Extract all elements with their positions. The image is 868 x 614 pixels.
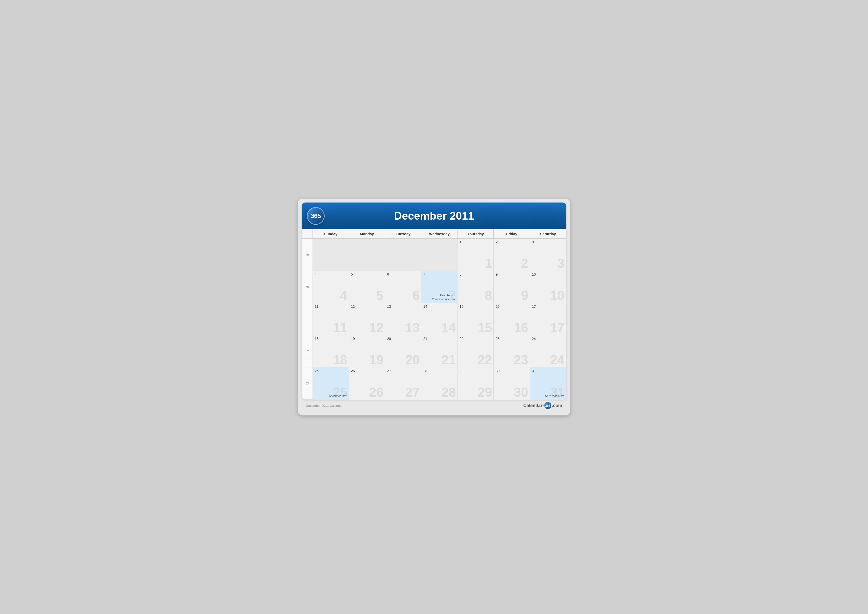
cell-date-17: 17	[532, 305, 564, 308]
cell-watermark-2: 2	[521, 257, 528, 270]
cell-watermark-18: 18	[333, 353, 347, 366]
calendar-cell-3: 33	[530, 239, 566, 271]
cell-event-31: New Year's Eve	[545, 394, 564, 398]
calendar-container: 365 December 2011 Sunday Monday Tuesday …	[302, 202, 566, 399]
cell-watermark-19: 19	[369, 353, 383, 366]
cell-watermark-24: 24	[550, 353, 564, 366]
calendar-cell-empty-0	[313, 239, 349, 271]
calendar-cell-9: 99	[494, 271, 530, 303]
cell-watermark-23: 23	[514, 353, 528, 366]
calendar-cell-30: 3030	[494, 367, 530, 399]
calendar-cell-2: 22	[494, 239, 530, 271]
cell-watermark-30: 30	[514, 386, 528, 399]
day-header-thursday: Thursday	[457, 229, 494, 238]
week-num-49: 49	[302, 239, 313, 271]
day-header-sunday: Sunday	[313, 229, 349, 238]
cell-date-18: 18	[315, 337, 347, 341]
calendar-cell-17: 1717	[530, 303, 566, 335]
cell-watermark-20: 20	[405, 353, 420, 366]
cell-date-10: 10	[532, 272, 564, 276]
calendar-cell-25: 2525Christmas Day	[313, 367, 349, 399]
cell-date-23: 23	[496, 337, 527, 341]
calendar-cell-21: 2121	[422, 335, 457, 367]
calendar-header: 365 December 2011	[302, 202, 566, 229]
cell-watermark-17: 17	[550, 321, 564, 334]
cell-date-27: 27	[387, 369, 419, 373]
cell-date-4: 4	[315, 272, 347, 276]
cell-watermark-1: 1	[485, 257, 492, 270]
calendar-cell-28: 2828	[422, 367, 457, 399]
cell-watermark-4: 4	[340, 289, 347, 302]
page-wrapper: 365 December 2011 Sunday Monday Tuesday …	[298, 199, 570, 415]
cell-watermark-15: 15	[478, 321, 492, 334]
cell-watermark-3: 3	[557, 257, 564, 270]
cell-event-7: Pearl Harbor Remembrance Day	[422, 294, 455, 301]
day-header-monday: Monday	[349, 229, 385, 238]
calendar-cell-24: 2424	[530, 335, 566, 367]
cell-date-12: 12	[351, 305, 383, 308]
cell-date-29: 29	[459, 369, 491, 373]
calendar-cell-15: 1515	[457, 303, 494, 335]
cell-date-6: 6	[387, 272, 419, 276]
cell-date-28: 28	[423, 369, 455, 373]
cell-watermark-27: 27	[405, 386, 420, 399]
cell-watermark-14: 14	[442, 321, 456, 334]
calendar-cell-31: 3131New Year's Eve	[530, 367, 566, 399]
footer-copyright: December 2011 Calendar	[306, 404, 343, 407]
cell-date-20: 20	[387, 337, 419, 341]
day-header-saturday: Saturday	[530, 229, 566, 238]
brand-com: .com	[552, 403, 562, 408]
calendar-cell-empty-2	[385, 239, 422, 271]
cell-watermark-9: 9	[521, 289, 528, 302]
calendar-cell-14: 1414	[422, 303, 457, 335]
cell-date-9: 9	[496, 272, 527, 276]
cell-date-5: 5	[351, 272, 383, 276]
cell-date-13: 13	[387, 305, 419, 308]
calendar-cell-1: 11	[457, 239, 494, 271]
footer-brand: Calendar-365.com	[523, 402, 562, 409]
calendar-cell-23: 2323	[494, 335, 530, 367]
cell-date-15: 15	[459, 305, 491, 308]
calendar-cell-12: 1212	[349, 303, 385, 335]
week-num-51: 51	[302, 303, 313, 335]
calendar-cell-16: 1616	[494, 303, 530, 335]
cell-watermark-8: 8	[485, 289, 492, 302]
week-num-52: 52	[302, 335, 313, 367]
calendar-cell-empty-1	[349, 239, 385, 271]
cell-date-30: 30	[496, 369, 527, 373]
cell-date-25: 25	[315, 369, 347, 373]
header-title: December 2011	[325, 210, 543, 222]
cell-watermark-26: 26	[369, 386, 383, 399]
cell-date-21: 21	[423, 337, 455, 341]
calendar-cell-19: 1919	[349, 335, 385, 367]
day-headers: Sunday Monday Tuesday Wednesday Thursday…	[302, 229, 566, 239]
cell-date-16: 16	[496, 305, 527, 308]
cell-watermark-21: 21	[442, 353, 456, 366]
cell-date-7: 7	[423, 272, 455, 276]
cell-date-1: 1	[459, 240, 491, 244]
cell-date-8: 8	[459, 272, 491, 276]
calendar-cell-22: 2222	[457, 335, 494, 367]
cell-watermark-13: 13	[405, 321, 420, 334]
calendar-cell-8: 88	[457, 271, 494, 303]
cell-watermark-11: 11	[333, 321, 347, 334]
calendar-cell-4: 44	[313, 271, 349, 303]
cell-watermark-10: 10	[550, 289, 564, 302]
calendar-cell-5: 55	[349, 271, 385, 303]
footer: December 2011 Calendar Calendar-365.com	[302, 399, 566, 412]
cell-watermark-12: 12	[369, 321, 383, 334]
calendar-cell-10: 1010	[530, 271, 566, 303]
cell-date-19: 19	[351, 337, 383, 341]
calendar-cell-20: 2020	[385, 335, 422, 367]
calendar-cell-18: 1818	[313, 335, 349, 367]
cell-date-31: 31	[532, 369, 564, 373]
cell-watermark-29: 29	[478, 386, 492, 399]
calendar-cell-27: 2727	[385, 367, 422, 399]
calendar-cell-29: 2929	[457, 367, 494, 399]
week-num-header-blank	[302, 229, 313, 238]
day-header-friday: Friday	[494, 229, 530, 238]
cell-date-24: 24	[532, 337, 564, 341]
calendar-grid: 491122335044556677Pearl Harbor Remembran…	[302, 239, 566, 399]
cell-date-26: 26	[351, 369, 383, 373]
cell-watermark-22: 22	[478, 353, 492, 366]
